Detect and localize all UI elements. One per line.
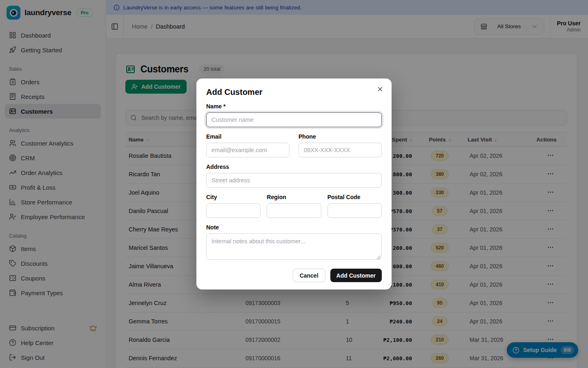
customer-name-field[interactable]: [206, 112, 382, 127]
close-icon: [376, 85, 384, 93]
modal-close-button[interactable]: [375, 84, 385, 96]
address-label: Address: [206, 164, 382, 170]
cancel-button[interactable]: Cancel: [293, 269, 325, 282]
note-field[interactable]: [206, 233, 382, 260]
region-field[interactable]: [267, 203, 321, 218]
phone-field[interactable]: [298, 143, 382, 157]
address-field[interactable]: [206, 173, 382, 188]
postal-code-field[interactable]: [327, 203, 382, 218]
city-field[interactable]: [206, 203, 261, 218]
phone-label: Phone: [298, 133, 382, 140]
region-label: Region: [267, 194, 321, 200]
modal-title: Add Customer: [206, 88, 382, 97]
resize-grip-icon[interactable]: [376, 256, 381, 260]
add-customer-modal: Add Customer Name * Email Phone Address …: [196, 79, 392, 289]
city-label: City: [206, 194, 261, 200]
name-label: Name *: [206, 103, 382, 110]
modal-add-customer-button[interactable]: Add Customer: [330, 269, 382, 282]
note-label: Note: [206, 224, 382, 231]
postal-code-label: Postal Code: [327, 194, 382, 200]
email-label: Email: [206, 133, 290, 140]
email-field[interactable]: [206, 143, 290, 157]
